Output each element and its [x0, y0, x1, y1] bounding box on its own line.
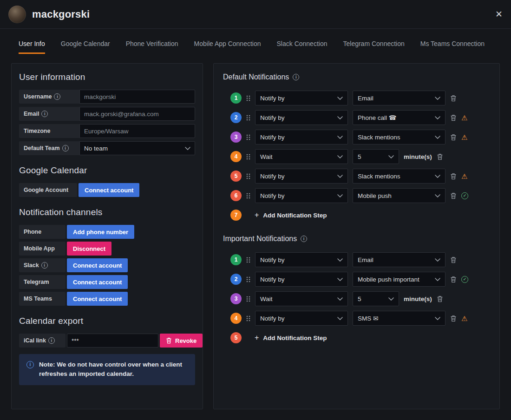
connect-ms-teams-button[interactable]: Connect account — [67, 292, 128, 306]
close-icon[interactable]: ✕ — [495, 9, 503, 20]
chevron-down-icon — [337, 297, 343, 301]
tab-slack-connection[interactable]: Slack Connection — [277, 37, 328, 54]
notify-by-select[interactable]: Notify by — [255, 311, 348, 326]
select-value: Notify by — [260, 276, 285, 283]
chevron-down-icon — [337, 155, 343, 158]
drag-handle-icon[interactable] — [246, 134, 250, 140]
label-text: Google Account — [24, 187, 68, 193]
field-label-text: Default Team — [24, 145, 60, 151]
add-step-label: Add Notification Step — [263, 335, 327, 341]
select-value: Notify by — [260, 173, 285, 180]
notify-by-select[interactable]: Notify by — [255, 272, 348, 287]
timezone-label: Timezone i — [19, 124, 79, 138]
tab-user-info[interactable]: User Info — [19, 37, 45, 54]
chevron-down-icon — [337, 278, 343, 281]
select-value: Mobile push important — [358, 276, 419, 283]
field-label-text: Username — [24, 93, 52, 100]
email-label: Email i — [19, 107, 79, 121]
plus-icon: + — [255, 334, 259, 342]
drag-handle-icon[interactable] — [246, 193, 250, 199]
phone-channel-row: Phone i Add phone number — [19, 225, 195, 239]
wait-value-select[interactable]: 5 — [353, 149, 399, 164]
channel-select[interactable]: Mobile push — [353, 188, 445, 203]
channel-select[interactable]: Email — [353, 91, 445, 105]
timezone-input[interactable] — [79, 124, 195, 138]
add-step-row: 7 + Add Notification Step — [230, 208, 490, 223]
drag-handle-icon[interactable] — [246, 154, 250, 160]
chevron-down-icon — [435, 175, 440, 178]
wait-value-select[interactable]: 5 — [353, 291, 399, 306]
delete-step-button[interactable] — [437, 153, 443, 160]
delete-step-button[interactable] — [450, 173, 457, 180]
add-notification-step-button[interactable]: + Add Notification Step — [255, 334, 327, 342]
delete-step-button[interactable] — [437, 295, 443, 302]
connect-google-account-button[interactable]: Connect account — [79, 183, 139, 197]
select-value: SMS ✉ — [358, 315, 378, 322]
delete-step-button[interactable] — [450, 134, 457, 141]
delete-step-button[interactable] — [450, 256, 457, 263]
telegram-channel-row: Telegram i Connect account — [19, 275, 195, 289]
delete-step-button[interactable] — [450, 114, 457, 121]
slack-channel-row: Slack i Connect account — [19, 258, 195, 272]
info-icon: i — [41, 111, 48, 117]
delete-step-button[interactable] — [450, 95, 457, 102]
drag-handle-icon[interactable] — [246, 95, 250, 101]
drag-handle-icon[interactable] — [246, 115, 250, 121]
step-number-badge: 1 — [230, 92, 242, 104]
delete-step-button[interactable] — [450, 192, 457, 199]
notify-by-select[interactable]: Notify by — [255, 130, 348, 144]
add-notification-step-button[interactable]: + Add Notification Step — [255, 211, 327, 219]
disconnect-mobile-app-button[interactable]: Disconnect — [67, 242, 111, 256]
select-value: Notify by — [260, 134, 285, 141]
connect-telegram-button[interactable]: Connect account — [67, 275, 128, 289]
drag-handle-icon[interactable] — [246, 296, 250, 302]
default-team-select[interactable]: No team — [79, 141, 195, 155]
ical-link-input[interactable] — [67, 334, 158, 348]
connect-slack-button[interactable]: Connect account — [67, 258, 128, 272]
trash-icon — [450, 192, 457, 199]
wait-select[interactable]: Wait — [255, 149, 348, 164]
username-input[interactable] — [79, 90, 195, 104]
channel-select[interactable]: SMS ✉ — [353, 311, 445, 326]
email-field[interactable] — [79, 107, 195, 121]
tab-ms-teams-connection[interactable]: Ms Teams Connection — [420, 37, 485, 54]
notification-step: 2 Notify by Phone call ☎ ⚠ ✓ — [230, 110, 490, 125]
notify-by-select[interactable]: Notify by — [255, 252, 348, 267]
channel-select[interactable]: Slack mentions — [353, 169, 445, 184]
drag-handle-icon[interactable] — [246, 173, 250, 179]
drag-handle-icon[interactable] — [246, 276, 250, 282]
step-number-badge: 5 — [230, 332, 242, 343]
channel-select[interactable]: Email — [353, 252, 445, 267]
select-value: Notify by — [260, 192, 285, 199]
tab-mobile-app-connection[interactable]: Mobile App Connection — [194, 37, 261, 54]
notify-by-select[interactable]: Notify by — [255, 110, 348, 125]
tab-google-calendar[interactable]: Google Calendar — [61, 37, 110, 54]
chevron-down-icon — [435, 136, 440, 139]
channel-select[interactable]: Phone call ☎ — [353, 110, 445, 125]
delete-step-button[interactable] — [450, 276, 457, 283]
notification-step-wait: 4 Wait 5 minute(s) — [230, 149, 490, 164]
channel-select[interactable]: Slack mentions — [353, 130, 445, 144]
step-number-badge: 2 — [230, 112, 242, 123]
chevron-down-icon — [337, 317, 343, 320]
select-value: Mobile push — [358, 192, 392, 199]
wait-select[interactable]: Wait — [255, 291, 348, 306]
notify-by-select[interactable]: Notify by — [255, 188, 348, 203]
channel-select[interactable]: Mobile push important — [353, 272, 445, 287]
delete-step-button[interactable] — [450, 315, 457, 322]
google-calendar-heading: Google Calendar — [19, 165, 195, 176]
avatar — [8, 6, 26, 23]
revoke-button[interactable]: Revoke — [160, 334, 203, 348]
notification-step: 4 Notify by SMS ✉ ⚠ ✓ — [230, 311, 490, 326]
notify-by-select[interactable]: Notify by — [255, 169, 348, 184]
drag-handle-icon[interactable] — [246, 315, 250, 322]
notify-by-select[interactable]: Notify by — [255, 91, 348, 105]
calendar-export-heading: Calendar export — [19, 316, 195, 326]
trash-icon — [450, 95, 457, 102]
tab-telegram-connection[interactable]: Telegram Connection — [343, 37, 404, 54]
warning-icon: ⚠ — [461, 173, 467, 180]
add-phone-number-button[interactable]: Add phone number — [67, 225, 134, 239]
tab-phone-verification[interactable]: Phone Verification — [126, 37, 178, 54]
drag-handle-icon[interactable] — [246, 257, 250, 263]
modal-body: User information Username i Email i Time… — [0, 54, 511, 420]
